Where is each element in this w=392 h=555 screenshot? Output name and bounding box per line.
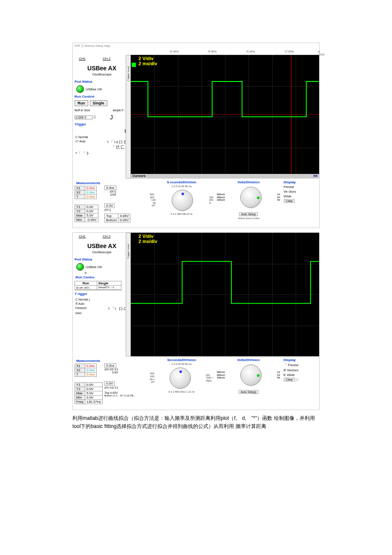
pod-status-text: USBee OK xyxy=(86,87,102,91)
trigger-hdr: T rigger xyxy=(73,291,131,297)
scope-display[interactable]: Trigger Level 2 V/div2 ms/div xyxy=(131,233,319,356)
meas-dy: 0.0V xyxy=(105,204,115,208)
app-subtitle: Oscilloscope xyxy=(74,72,130,76)
menu-bar[interactable]: FiIR 已 ference Setup Help xyxy=(73,43,319,49)
ch2-btn[interactable]: CH 2 xyxy=(103,234,110,238)
vectors-option[interactable]: Ve ctors xyxy=(284,190,317,194)
run-control-hdr: -Run Contro xyxy=(73,275,131,280)
timebase-dial[interactable] xyxy=(170,367,191,389)
meas-dy: 0.0V xyxy=(105,382,115,386)
meas-top: 4.88V xyxy=(118,214,130,218)
wide-option[interactable]: Wide xyxy=(284,194,317,198)
meas-dx: 0.0ns xyxy=(105,364,116,368)
meas-x2: 0.0ns xyxy=(85,368,97,373)
wide-option[interactable]: E Wide xyxy=(284,373,317,377)
meas-top: 4.92V xyxy=(110,391,118,394)
meas-max: 5.0V xyxy=(85,214,98,218)
time-ruler: -S.ums -6.0ms -4.ums -2.Ums u .Uns xyxy=(131,49,319,55)
persist-option[interactable]: Persist xyxy=(288,363,298,367)
trigger-normal[interactable]: Normal xyxy=(78,136,88,139)
meas-min: 0.0V xyxy=(85,396,103,400)
waveform xyxy=(131,233,319,356)
meas-freq: 130.37Hz xyxy=(85,400,103,404)
cursors-bar[interactable]: CursorsXII xyxy=(131,174,319,179)
pod-status-hdr: Pod Status xyxy=(73,79,131,84)
meas-bot-ext: Lt 1 : JV' O.ULI7E : xyxy=(113,394,135,397)
scope-display[interactable]: Trigger Level 2 V/div2 ms/div CursorsXII xyxy=(131,55,319,179)
run-control-hdr: Run Control xyxy=(73,94,131,99)
timebase-dial[interactable] xyxy=(172,190,193,211)
meas-dx: 0.0ns xyxy=(105,186,116,190)
buffer-size-input[interactable] xyxy=(75,116,92,119)
scale-overlay: 2 V/div2 ms/div xyxy=(138,234,157,244)
trigger-auto[interactable]: Auto xyxy=(79,140,85,143)
oscilloscope-window-1: FiIR 已 ference Setup Help -S.ums -6.0ms … xyxy=(72,43,320,228)
run-button[interactable]: Run xyxy=(75,281,97,286)
meas-y2: 0.0V xyxy=(85,387,103,391)
seconds-division: S econds/Division 1 2 5 10 20 50 ms 500 … xyxy=(150,180,213,226)
meas-x2: 0.0ns xyxy=(85,191,97,195)
single-button[interactable]: Single xyxy=(97,281,121,286)
auto-setup-button[interactable]: Auto Setup xyxy=(239,212,258,216)
bottom-panel: Measurements X10.0ns X20.0ns T0.0ns 0.0n… xyxy=(73,356,319,410)
meas-bot: 0.09V xyxy=(118,218,130,223)
oscilloscope-window-2: CH1CH 2 USBee AX Oscilloscope Pod Status… xyxy=(72,232,320,410)
meas-t: 0.0ns xyxy=(85,373,97,377)
volts-division: Volts/Division 500mV200mV100mV 1V2V5V Au… xyxy=(217,180,280,226)
display-options: Display Persist Ve ctors Wide Clear xyxy=(284,180,317,226)
bottom-panel: Measurements X10.0ns X20.0ns T0.0ns 0.0n… xyxy=(73,179,319,228)
pod-led-icon xyxy=(76,263,84,271)
trigger-restore[interactable]: Frestore xyxy=(75,306,86,312)
meas-t: 0.0ns xyxy=(85,195,97,199)
persist-option[interactable]: Persist xyxy=(284,185,317,189)
volts-dial[interactable] xyxy=(240,187,262,208)
run-button[interactable]: Run xyxy=(75,100,88,106)
volts-division: Volts/DiVision 500mV200mV100mV 1V2V5V Au… xyxy=(217,358,280,408)
scale-overlay: 2 V/div2 ms/div xyxy=(138,56,157,66)
left-panel: CH1CH 2 USBee AX Oscilloscope Pod Status… xyxy=(73,55,131,179)
clear-button[interactable]: Clear xyxy=(284,378,295,382)
display-options: Display 「 Persist R Vectors E Wide Clear… xyxy=(284,358,317,408)
left-panel: CH1CH 2 USBee AX Oscilloscope Pod Status… xyxy=(73,233,131,356)
trigger-auto[interactable]: Auto xyxy=(78,302,84,305)
ch1-btn[interactable]: CH1 xyxy=(79,57,86,61)
description-text: 利用matlab进行曲线拟合（拟合方法是：输入频率及所测距离利用plot（f, … xyxy=(72,414,320,431)
waveform xyxy=(131,55,319,179)
meas-min: -0.08V xyxy=(85,218,98,222)
volts-dial[interactable] xyxy=(240,364,262,386)
meas-x1: 0.0ns xyxy=(85,364,97,368)
meas-y2: 0.0V xyxy=(85,209,98,214)
trigger-normal[interactable]: Normal j xyxy=(78,298,89,301)
app-title: USBee AX xyxy=(74,243,130,249)
app-title: USBee AX xyxy=(74,65,130,72)
trigger-level-slider[interactable]: Trigger Level xyxy=(126,233,131,356)
buffer-size-label: Buff er Size xyxy=(75,109,90,112)
meas-max: 5.0V xyxy=(85,391,103,396)
meas-y1: 0.0V xyxy=(85,205,98,209)
meas-y1: 0.0V xyxy=(85,383,103,387)
single-button[interactable]: Single xyxy=(90,100,107,106)
pod-status-text: USBee OK xyxy=(86,265,102,269)
trigger-hdr: Trigger xyxy=(73,121,131,127)
vectors-option[interactable]: R Vectors xyxy=(284,368,317,372)
meas-x1: 0.0ns xyxy=(85,186,97,191)
ch1-btn[interactable]: CH1 xyxy=(79,234,86,238)
auto-setup-button[interactable]: Auto Setup) xyxy=(239,390,259,394)
clear-button[interactable]: Clear xyxy=(284,199,295,203)
pod-led-icon xyxy=(76,85,84,93)
seconds-division: Seconds/DiVision 1 2 5 10 20 50 ms 200. … xyxy=(150,358,213,408)
pod-status-hdr: Pod Status xyxy=(73,257,131,262)
ch2-btn[interactable]: CH 2 xyxy=(103,57,110,61)
app-subtitle: Oscilloscope xyxy=(74,250,130,254)
trigger-level-slider[interactable]: Trigger Level xyxy=(126,55,131,179)
misc-icons: *「 「卜 xyxy=(73,151,131,156)
sample-label: ample F : xyxy=(113,109,125,112)
